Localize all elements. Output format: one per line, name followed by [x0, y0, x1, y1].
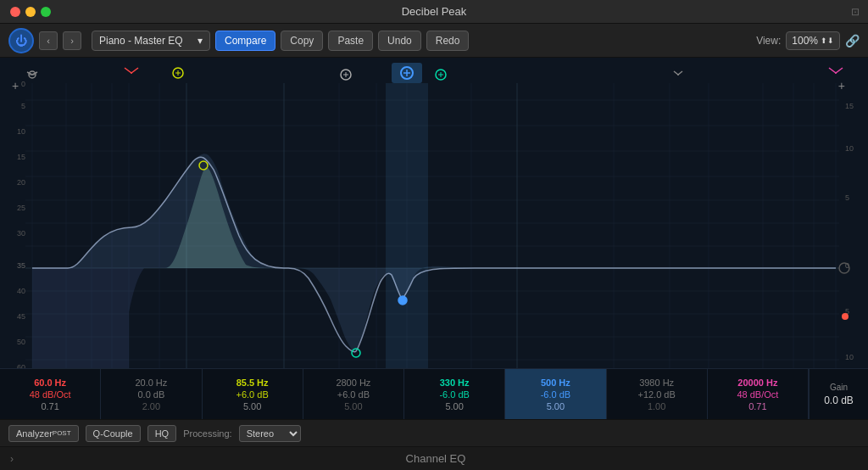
- band8-handle: [829, 68, 843, 74]
- svg-text:+: +: [12, 79, 19, 92]
- svg-text:15: 15: [845, 102, 854, 110]
- view-control: View: 100% ⬆⬇ 🔗: [756, 31, 860, 50]
- minimize-button[interactable]: [25, 7, 36, 17]
- band7-handle: [674, 71, 682, 76]
- band-info-row: 60.0 Hz 48 dB/Oct 0.71 20.0 Hz 0.0 dB 2.…: [0, 368, 868, 419]
- svg-text:20: 20: [17, 178, 25, 187]
- band1-q: 0.71: [41, 401, 58, 411]
- band6-freq: 500 Hz: [541, 378, 570, 388]
- hq-button[interactable]: HQ: [147, 425, 177, 442]
- svg-text:10: 10: [845, 144, 854, 153]
- band4-handle: [341, 70, 351, 80]
- svg-text:+: +: [838, 79, 845, 92]
- power-button[interactable]: ⏻: [8, 28, 34, 53]
- band6-q: 5.00: [547, 401, 565, 411]
- title-bar: Decibel Peak ⊡: [0, 0, 868, 24]
- band1-gain: 48 dB/Oct: [30, 389, 71, 400]
- redo-button[interactable]: Redo: [426, 31, 470, 51]
- band7-info[interactable]: 3980 Hz +12.0 dB 1.00: [607, 369, 708, 419]
- band7-freq: 3980 Hz: [639, 378, 674, 388]
- maximize-button[interactable]: [41, 7, 51, 17]
- gain-label: Gain: [830, 383, 848, 392]
- band6-node[interactable]: [398, 296, 407, 305]
- svg-text:10: 10: [845, 353, 854, 361]
- svg-text:10: 10: [17, 127, 25, 136]
- band5-q: 5.00: [445, 401, 463, 411]
- band2-info[interactable]: 20.0 Hz 0.0 dB 2.00: [101, 369, 202, 419]
- processing-select[interactable]: Stereo Mid/Side Left Right: [239, 425, 301, 442]
- band5-handle: [436, 70, 446, 80]
- band3-gain: +6.0 dB: [236, 389, 269, 400]
- svg-point-96: [677, 74, 679, 76]
- view-label: View:: [756, 35, 781, 47]
- band6-handle: [392, 63, 422, 83]
- band5-gain: -6.0 dB: [439, 389, 469, 400]
- svg-text:0: 0: [21, 80, 25, 88]
- processing-label: Processing:: [183, 428, 231, 439]
- band2-q: 2.00: [142, 401, 160, 411]
- band5-info[interactable]: 330 Hz -6.0 dB 5.00: [404, 369, 505, 419]
- selected-band-highlight: [386, 83, 428, 389]
- svg-text:50: 50: [17, 338, 25, 346]
- svg-text:25: 25: [17, 204, 25, 212]
- band1-info[interactable]: 60.0 Hz 48 dB/Oct 0.71: [0, 369, 101, 419]
- svg-text:35: 35: [17, 261, 25, 270]
- svg-line-98: [836, 68, 843, 73]
- svg-line-75: [131, 68, 138, 73]
- band4-q: 5.00: [344, 401, 362, 411]
- preset-dropdown[interactable]: Piano - Master EQ ▾: [92, 31, 210, 51]
- svg-text:40: 40: [17, 287, 25, 295]
- band4-info[interactable]: 2800 Hz +6.0 dB 5.00: [303, 369, 404, 419]
- gain-value: 0.0 dB: [824, 394, 854, 406]
- gain-panel: Gain 0.0 dB: [809, 369, 868, 419]
- status-text: Channel EQ: [14, 452, 858, 465]
- toolbar: ⏻ ‹ › Piano - Master EQ ▾ Compare Copy P…: [0, 24, 868, 58]
- svg-point-76: [131, 72, 132, 74]
- band8-info[interactable]: 20000 Hz 48 dB/Oct 0.71: [708, 369, 809, 419]
- band6-gain: -6.0 dB: [541, 389, 570, 400]
- window-controls: [10, 7, 51, 17]
- next-button[interactable]: ›: [63, 31, 81, 50]
- band7-gain: +12.0 dB: [637, 389, 675, 400]
- paste-button[interactable]: Paste: [328, 31, 373, 51]
- view-percent[interactable]: 100% ⬆⬇: [786, 31, 840, 50]
- eq-display: 20 30 40 50 60 80 100 200 300 400 500 80…: [0, 58, 868, 419]
- band8-freq: 20000 Hz: [737, 378, 777, 388]
- band3-freq: 85.5 Hz: [236, 378, 269, 388]
- prev-button[interactable]: ‹: [39, 31, 58, 50]
- q-couple-button[interactable]: Q-Couple: [86, 425, 141, 442]
- svg-text:30: 30: [17, 229, 25, 238]
- svg-text:5: 5: [845, 193, 849, 202]
- compare-button[interactable]: Compare: [215, 31, 275, 51]
- status-bar: › Channel EQ: [0, 446, 868, 470]
- app-title: Decibel Peak: [402, 5, 467, 18]
- band3-q: 5.00: [243, 401, 261, 411]
- undo-button[interactable]: Undo: [378, 31, 421, 51]
- band1-handle: [125, 68, 138, 74]
- svg-point-99: [835, 72, 837, 74]
- band3-info[interactable]: 85.5 Hz +6.0 dB 5.00: [203, 369, 303, 419]
- band4-freq: 2800 Hz: [336, 378, 370, 388]
- close-button[interactable]: [10, 7, 20, 17]
- band7-q: 1.00: [648, 401, 665, 411]
- resize-icon[interactable]: ⊡: [851, 6, 860, 18]
- svg-text:15: 15: [17, 153, 25, 161]
- band6-info[interactable]: 500 Hz -6.0 dB 5.00: [505, 369, 606, 419]
- band3-handle: [173, 68, 183, 78]
- svg-line-74: [125, 68, 131, 73]
- copy-button[interactable]: Copy: [281, 31, 323, 51]
- eq-svg: 20 30 40 50 60 80 100 200 300 400 500 80…: [0, 58, 868, 419]
- band2-handle: [27, 71, 37, 78]
- eq-curve-fill: [32, 154, 836, 353]
- bottom-toolbar: AnalyzerPOST Q-Couple HQ Processing: Ste…: [0, 419, 868, 446]
- band2-gain: 0.0 dB: [137, 389, 164, 400]
- band8-q: 0.71: [748, 401, 766, 411]
- svg-text:5: 5: [21, 102, 25, 110]
- band2-freq: 20.0 Hz: [135, 378, 167, 388]
- link-icon[interactable]: 🔗: [845, 34, 860, 48]
- svg-text:45: 45: [17, 312, 25, 321]
- svg-line-97: [829, 68, 836, 73]
- band1-freq: 60.0 Hz: [34, 378, 66, 388]
- analyzer-button[interactable]: AnalyzerPOST: [8, 425, 79, 442]
- band4-gain: +6.0 dB: [337, 389, 370, 400]
